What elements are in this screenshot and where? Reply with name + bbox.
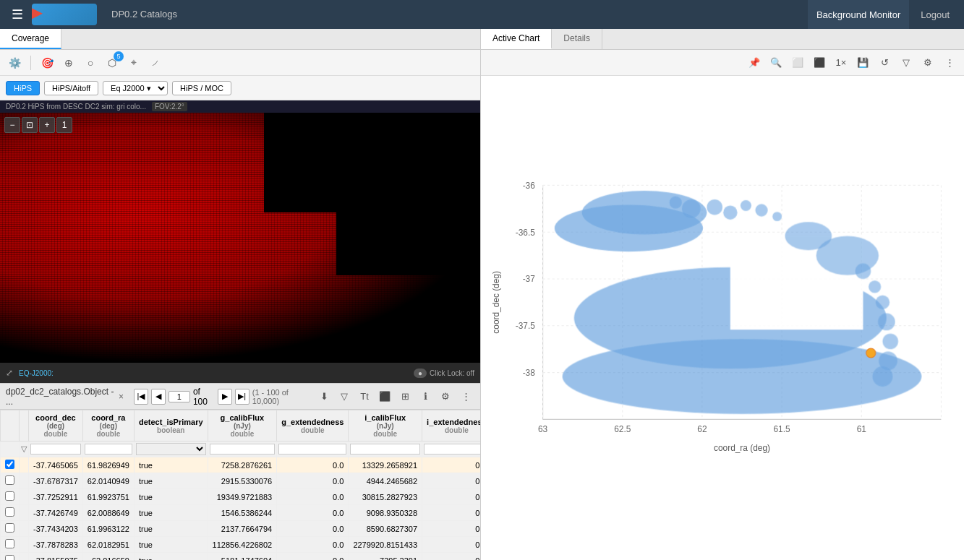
click-lock-toggle[interactable]: ● bbox=[414, 369, 427, 378]
filter-cell-coord_ra[interactable] bbox=[82, 441, 134, 457]
page-number-input[interactable] bbox=[169, 391, 190, 402]
app-logo[interactable]: ◀ bbox=[32, 4, 97, 25]
row-checkbox[interactable] bbox=[1, 505, 20, 521]
cell-detect_isPrimary: true bbox=[134, 537, 208, 553]
filter-input-g_extendedness[interactable] bbox=[278, 444, 346, 455]
last-page-button[interactable]: ▶| bbox=[235, 389, 249, 405]
filter-chart-icon[interactable]: ▽ bbox=[897, 54, 915, 72]
checkbox-2[interactable] bbox=[5, 491, 14, 501]
active-chart-tab[interactable]: Active Chart bbox=[481, 29, 552, 49]
table-close-button[interactable]: × bbox=[119, 392, 124, 402]
col-header-g_calibFlux[interactable]: g_calibFlux(nJy)double bbox=[208, 410, 277, 441]
text-tool-icon[interactable]: Tt bbox=[356, 388, 373, 405]
info-tool-icon[interactable]: ℹ bbox=[417, 388, 434, 405]
first-page-button[interactable]: |◀ bbox=[134, 389, 148, 405]
filter-cell-coord_dec[interactable] bbox=[29, 441, 83, 457]
settings-tool-icon[interactable]: ⚙ bbox=[437, 388, 454, 405]
more-chart-icon[interactable]: ⋮ bbox=[941, 54, 958, 72]
filter-input-g_calibFlux[interactable] bbox=[210, 444, 276, 455]
hamburger-menu[interactable]: ☰ bbox=[6, 4, 29, 25]
col-header-i_calibFlux[interactable]: i_calibFlux(nJy)double bbox=[349, 410, 422, 441]
save-tool-icon[interactable]: ⬇ bbox=[315, 388, 333, 405]
filter-cell-g_calibFlux[interactable] bbox=[208, 441, 277, 457]
details-tab[interactable]: Details bbox=[552, 29, 602, 49]
reset-icon[interactable]: ↺ bbox=[876, 54, 893, 72]
table-row[interactable]: -37.746506561.9826949true7258.28762610.0… bbox=[1, 457, 481, 473]
expand-icon[interactable]: ⊕ bbox=[60, 54, 77, 72]
filter-cell-i_extendedness[interactable] bbox=[422, 441, 480, 457]
target-icon[interactable]: 🎯 bbox=[38, 54, 56, 72]
col-header-coord_dec[interactable]: coord_dec(deg)double bbox=[29, 410, 83, 441]
filter-input-i_extendedness[interactable] bbox=[424, 444, 480, 455]
filter-tool-icon[interactable]: ▽ bbox=[336, 388, 353, 405]
col-header-g_extendedness[interactable]: g_extendednessdouble bbox=[277, 410, 349, 441]
table-row[interactable]: -37.787828362.0182951true112856.42268020… bbox=[1, 537, 481, 553]
fov-badge: FOV:2.2° bbox=[152, 102, 187, 111]
col-header-detect_isPrimary[interactable]: detect_isPrimaryboolean bbox=[134, 410, 208, 441]
row-checkbox[interactable] bbox=[1, 457, 20, 473]
more-tool-icon[interactable]: ⋮ bbox=[457, 388, 474, 405]
click-lock-label: Click Lock: off bbox=[430, 369, 474, 377]
pin-icon[interactable]: 📌 bbox=[746, 54, 763, 72]
table-row[interactable]: -37.743420361.9963122true2137.76647940.0… bbox=[1, 521, 481, 537]
filter-input-coord_dec[interactable] bbox=[30, 444, 81, 455]
zoom-1x-button[interactable]: 1 bbox=[56, 117, 72, 133]
ruler-icon[interactable]: ⟋ bbox=[147, 54, 164, 72]
background-monitor-button[interactable]: Background Monitor bbox=[808, 0, 909, 29]
checkbox-4[interactable] bbox=[5, 523, 14, 533]
zoom-chart-icon[interactable]: 🔍 bbox=[767, 54, 785, 72]
filter-cell-g_extendedness[interactable] bbox=[277, 441, 349, 457]
separator-1 bbox=[30, 56, 31, 70]
checkbox-0[interactable] bbox=[5, 460, 14, 469]
logout-button[interactable]: Logout bbox=[912, 0, 958, 29]
checkbox-6[interactable] bbox=[5, 555, 14, 560]
layout-tool-icon[interactable]: ⊞ bbox=[396, 388, 414, 405]
filter-select-detect_isPrimary[interactable]: truefalse bbox=[136, 443, 206, 455]
checkbox-5[interactable] bbox=[5, 539, 14, 548]
table-row[interactable]: -37.725291161.9923751true19349.97218830.… bbox=[1, 489, 481, 505]
col-header-coord_ra[interactable]: coord_ra(deg)double bbox=[82, 410, 134, 441]
projection-select[interactable]: Eq J2000 ▾ bbox=[103, 81, 168, 95]
nav-tab-dp0.2-catalogs[interactable]: DP0.2 Catalogs bbox=[100, 0, 189, 29]
crop-icon[interactable]: ⬛ bbox=[811, 54, 828, 72]
fullscreen-icon[interactable]: ⤢ bbox=[6, 368, 13, 378]
result-info: (1 - 100 of 10,000) bbox=[252, 388, 311, 405]
coverage-tab-bar: Coverage bbox=[0, 29, 480, 50]
table-row[interactable]: -37.815597562.016659true5181.17476040.07… bbox=[1, 553, 481, 561]
coverage-tab[interactable]: Coverage bbox=[0, 29, 61, 49]
col-header-i_extendedness[interactable]: i_extendednessdouble bbox=[422, 410, 480, 441]
table-row[interactable]: -37.742674962.0088649true1546.53862440.0… bbox=[1, 505, 481, 521]
wcs-icon[interactable]: ⌖ bbox=[125, 54, 142, 72]
filter-input-coord_ra[interactable] bbox=[85, 444, 132, 455]
data-table-wrapper[interactable]: coord_dec(deg)doublecoord_ra(deg)doubled… bbox=[0, 410, 480, 560]
restore-icon[interactable]: 1× bbox=[832, 54, 850, 72]
lasso-icon[interactable]: ○ bbox=[82, 54, 99, 72]
filter-cell-detect_isPrimary[interactable]: truefalse bbox=[134, 441, 208, 457]
tools-icon[interactable]: ⚙️ bbox=[6, 54, 23, 72]
row-checkbox[interactable] bbox=[1, 489, 20, 505]
hips-moc-button[interactable]: HiPS / MOC bbox=[172, 81, 231, 95]
prev-page-button[interactable]: ◀ bbox=[151, 389, 166, 405]
zoom-fit-button[interactable]: ⊡ bbox=[22, 117, 38, 133]
settings-chart-icon[interactable]: ⚙ bbox=[919, 54, 937, 72]
filter-cell-i_calibFlux[interactable] bbox=[349, 441, 422, 457]
cell-coord_ra: 62.0088649 bbox=[82, 505, 134, 521]
row-checkbox[interactable] bbox=[1, 553, 20, 561]
zoom-in-button[interactable]: + bbox=[39, 117, 55, 133]
checkbox-1[interactable] bbox=[5, 475, 14, 485]
hips-button[interactable]: HiPS bbox=[6, 81, 40, 95]
hips-aitoff-button[interactable]: HiPS/Aitoff bbox=[44, 81, 98, 95]
row-checkbox[interactable] bbox=[1, 521, 20, 537]
row-checkbox[interactable] bbox=[1, 537, 20, 553]
image-area[interactable]: − ⊡ + 1 bbox=[0, 113, 480, 363]
svg-point-28 bbox=[555, 204, 703, 251]
next-page-button[interactable]: ▶ bbox=[218, 389, 232, 405]
table-row[interactable]: -37.678731762.0140949true2915.53300760.0… bbox=[1, 473, 481, 489]
save-chart-icon[interactable]: 💾 bbox=[854, 54, 871, 72]
zoom-out-button[interactable]: − bbox=[4, 117, 20, 133]
export-tool-icon[interactable]: ⬛ bbox=[376, 388, 393, 405]
filter-input-i_calibFlux[interactable] bbox=[350, 444, 420, 455]
selection-icon[interactable]: ⬜ bbox=[789, 54, 806, 72]
checkbox-3[interactable] bbox=[5, 507, 14, 517]
row-checkbox[interactable] bbox=[1, 473, 20, 489]
